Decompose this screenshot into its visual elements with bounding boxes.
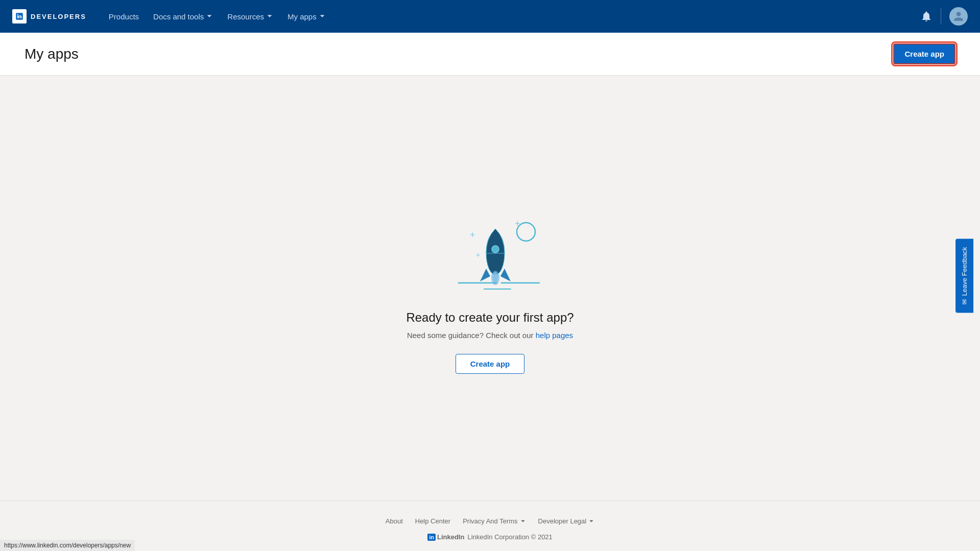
- svg-text:+: +: [476, 251, 480, 259]
- footer-bottom: in LinkedIn LinkedIn Corporation © 2021: [12, 533, 968, 541]
- nav-link-products-label: Products: [109, 12, 139, 21]
- top-nav: DEVELOPERS Products Docs and tools Resou…: [0, 0, 980, 33]
- svg-text:+: +: [470, 230, 475, 240]
- nav-logo[interactable]: DEVELOPERS: [12, 9, 86, 23]
- empty-state-subtitle: Need some guidance? Check out our help p…: [407, 331, 573, 340]
- svg-point-10: [493, 272, 498, 282]
- create-app-header-button[interactable]: Create app: [893, 43, 955, 64]
- linkedin-logo-box: [12, 9, 27, 23]
- chevron-down-icon: [520, 518, 526, 524]
- footer-links: About Help Center Privacy And Terms Deve…: [12, 517, 968, 525]
- nav-link-resources[interactable]: Resources: [221, 8, 279, 25]
- nav-divider: [941, 8, 941, 25]
- nav-links: Products Docs and tools Resources My app…: [103, 8, 920, 25]
- create-app-center-button[interactable]: Create app: [456, 354, 525, 374]
- chevron-down-icon: [588, 518, 594, 524]
- chevron-down-icon: [266, 13, 273, 20]
- notification-bell-icon[interactable]: [920, 10, 933, 22]
- feedback-tab[interactable]: ✉ Leave Feedback: [955, 238, 973, 313]
- footer-about-label: About: [386, 517, 403, 525]
- svg-point-8: [492, 246, 499, 253]
- footer-link-about[interactable]: About: [386, 517, 403, 525]
- page-title: My apps: [25, 46, 79, 62]
- footer-in-badge: in: [427, 534, 436, 541]
- footer-link-developer-legal[interactable]: Developer Legal: [538, 517, 595, 525]
- nav-logo-text: DEVELOPERS: [31, 13, 86, 20]
- main-content: + + +: [0, 76, 980, 500]
- footer-help-center-label: Help Center: [415, 517, 450, 525]
- nav-link-docs-and-tools[interactable]: Docs and tools: [147, 8, 219, 25]
- nav-link-resources-label: Resources: [227, 12, 264, 21]
- feedback-label: Leave Feedback: [961, 247, 968, 296]
- footer: About Help Center Privacy And Terms Deve…: [0, 500, 980, 551]
- page-header: My apps Create app: [0, 33, 980, 76]
- nav-link-products[interactable]: Products: [103, 8, 145, 25]
- footer-link-privacy-terms[interactable]: Privacy And Terms: [463, 517, 525, 525]
- nav-link-my-apps[interactable]: My apps: [281, 8, 332, 25]
- footer-linkedin-logo: in LinkedIn: [427, 533, 464, 541]
- svg-point-3: [517, 223, 535, 241]
- footer-linkedin-wordmark: LinkedIn: [437, 533, 464, 541]
- nav-link-docs-label: Docs and tools: [153, 12, 204, 21]
- empty-state-title: Ready to create your first app?: [406, 310, 573, 325]
- status-bar: https://www.linkedin.com/developers/apps…: [0, 540, 135, 551]
- nav-link-my-apps-label: My apps: [288, 12, 317, 21]
- feedback-icon: ✉: [961, 299, 968, 304]
- footer-dev-legal-label: Developer Legal: [538, 517, 587, 525]
- footer-privacy-terms-label: Privacy And Terms: [463, 517, 517, 525]
- nav-right: [920, 7, 968, 26]
- rocket-illustration: + + +: [439, 212, 541, 294]
- chevron-down-icon: [319, 13, 326, 20]
- chevron-down-icon: [206, 13, 213, 20]
- status-url: https://www.linkedin.com/developers/apps…: [4, 542, 131, 549]
- help-pages-link[interactable]: help pages: [536, 331, 573, 340]
- footer-link-help-center[interactable]: Help Center: [415, 517, 450, 525]
- empty-subtitle-pre-text: Need some guidance? Check out our: [407, 331, 536, 340]
- user-avatar[interactable]: [949, 7, 968, 26]
- footer-copyright: LinkedIn Corporation © 2021: [467, 533, 552, 541]
